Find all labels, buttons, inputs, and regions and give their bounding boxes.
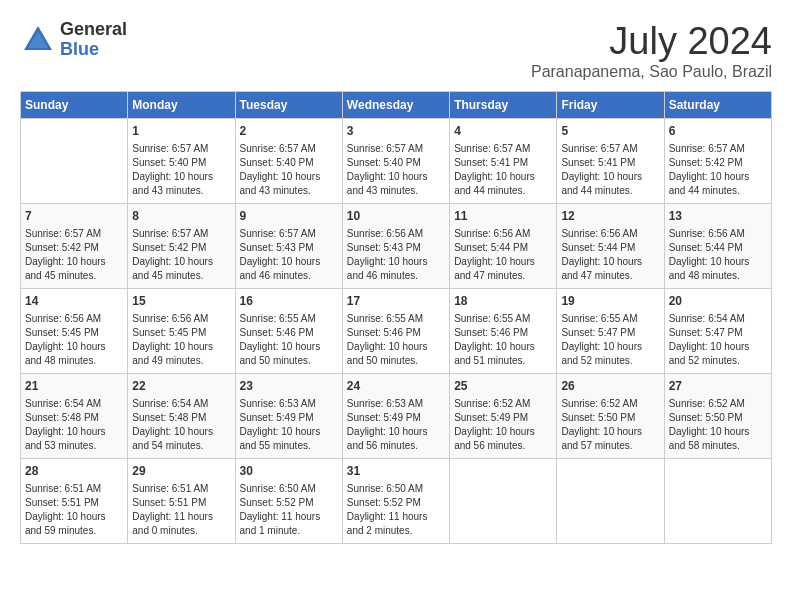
day-info: Sunrise: 6:57 AM Sunset: 5:41 PM Dayligh… <box>561 142 659 198</box>
location-subtitle: Paranapanema, Sao Paulo, Brazil <box>531 63 772 81</box>
calendar-cell: 11Sunrise: 6:56 AM Sunset: 5:44 PM Dayli… <box>450 204 557 289</box>
day-number: 19 <box>561 293 659 310</box>
day-number: 2 <box>240 123 338 140</box>
day-info: Sunrise: 6:50 AM Sunset: 5:52 PM Dayligh… <box>240 482 338 538</box>
day-info: Sunrise: 6:57 AM Sunset: 5:43 PM Dayligh… <box>240 227 338 283</box>
day-info: Sunrise: 6:57 AM Sunset: 5:40 PM Dayligh… <box>132 142 230 198</box>
day-number: 15 <box>132 293 230 310</box>
calendar-cell: 1Sunrise: 6:57 AM Sunset: 5:40 PM Daylig… <box>128 119 235 204</box>
calendar-cell: 3Sunrise: 6:57 AM Sunset: 5:40 PM Daylig… <box>342 119 449 204</box>
logo-text: General Blue <box>60 20 127 60</box>
day-number: 9 <box>240 208 338 225</box>
calendar-cell: 28Sunrise: 6:51 AM Sunset: 5:51 PM Dayli… <box>21 459 128 544</box>
day-info: Sunrise: 6:52 AM Sunset: 5:50 PM Dayligh… <box>561 397 659 453</box>
calendar-cell: 13Sunrise: 6:56 AM Sunset: 5:44 PM Dayli… <box>664 204 771 289</box>
day-info: Sunrise: 6:54 AM Sunset: 5:48 PM Dayligh… <box>25 397 123 453</box>
logo: General Blue <box>20 20 127 60</box>
calendar-table: SundayMondayTuesdayWednesdayThursdayFrid… <box>20 91 772 544</box>
day-info: Sunrise: 6:56 AM Sunset: 5:45 PM Dayligh… <box>25 312 123 368</box>
column-header-sunday: Sunday <box>21 92 128 119</box>
day-info: Sunrise: 6:53 AM Sunset: 5:49 PM Dayligh… <box>240 397 338 453</box>
calendar-cell: 2Sunrise: 6:57 AM Sunset: 5:40 PM Daylig… <box>235 119 342 204</box>
column-header-tuesday: Tuesday <box>235 92 342 119</box>
calendar-week-row: 28Sunrise: 6:51 AM Sunset: 5:51 PM Dayli… <box>21 459 772 544</box>
calendar-cell: 4Sunrise: 6:57 AM Sunset: 5:41 PM Daylig… <box>450 119 557 204</box>
day-info: Sunrise: 6:52 AM Sunset: 5:50 PM Dayligh… <box>669 397 767 453</box>
day-number: 22 <box>132 378 230 395</box>
calendar-cell: 7Sunrise: 6:57 AM Sunset: 5:42 PM Daylig… <box>21 204 128 289</box>
day-number: 12 <box>561 208 659 225</box>
calendar-week-row: 14Sunrise: 6:56 AM Sunset: 5:45 PM Dayli… <box>21 289 772 374</box>
calendar-cell: 24Sunrise: 6:53 AM Sunset: 5:49 PM Dayli… <box>342 374 449 459</box>
day-number: 20 <box>669 293 767 310</box>
calendar-cell: 23Sunrise: 6:53 AM Sunset: 5:49 PM Dayli… <box>235 374 342 459</box>
day-info: Sunrise: 6:57 AM Sunset: 5:42 PM Dayligh… <box>132 227 230 283</box>
day-number: 31 <box>347 463 445 480</box>
day-info: Sunrise: 6:55 AM Sunset: 5:47 PM Dayligh… <box>561 312 659 368</box>
day-info: Sunrise: 6:56 AM Sunset: 5:44 PM Dayligh… <box>454 227 552 283</box>
logo-blue: Blue <box>60 40 127 60</box>
day-number: 5 <box>561 123 659 140</box>
day-number: 13 <box>669 208 767 225</box>
calendar-cell: 19Sunrise: 6:55 AM Sunset: 5:47 PM Dayli… <box>557 289 664 374</box>
calendar-cell <box>450 459 557 544</box>
calendar-cell: 5Sunrise: 6:57 AM Sunset: 5:41 PM Daylig… <box>557 119 664 204</box>
day-number: 27 <box>669 378 767 395</box>
day-info: Sunrise: 6:56 AM Sunset: 5:44 PM Dayligh… <box>561 227 659 283</box>
day-info: Sunrise: 6:51 AM Sunset: 5:51 PM Dayligh… <box>25 482 123 538</box>
day-info: Sunrise: 6:57 AM Sunset: 5:42 PM Dayligh… <box>25 227 123 283</box>
day-info: Sunrise: 6:53 AM Sunset: 5:49 PM Dayligh… <box>347 397 445 453</box>
day-number: 28 <box>25 463 123 480</box>
calendar-cell: 31Sunrise: 6:50 AM Sunset: 5:52 PM Dayli… <box>342 459 449 544</box>
calendar-week-row: 1Sunrise: 6:57 AM Sunset: 5:40 PM Daylig… <box>21 119 772 204</box>
calendar-cell <box>557 459 664 544</box>
day-info: Sunrise: 6:50 AM Sunset: 5:52 PM Dayligh… <box>347 482 445 538</box>
day-info: Sunrise: 6:56 AM Sunset: 5:43 PM Dayligh… <box>347 227 445 283</box>
calendar-cell: 6Sunrise: 6:57 AM Sunset: 5:42 PM Daylig… <box>664 119 771 204</box>
day-number: 23 <box>240 378 338 395</box>
day-info: Sunrise: 6:54 AM Sunset: 5:48 PM Dayligh… <box>132 397 230 453</box>
calendar-cell: 15Sunrise: 6:56 AM Sunset: 5:45 PM Dayli… <box>128 289 235 374</box>
calendar-cell: 8Sunrise: 6:57 AM Sunset: 5:42 PM Daylig… <box>128 204 235 289</box>
day-info: Sunrise: 6:56 AM Sunset: 5:44 PM Dayligh… <box>669 227 767 283</box>
calendar-cell: 14Sunrise: 6:56 AM Sunset: 5:45 PM Dayli… <box>21 289 128 374</box>
calendar-header-row: SundayMondayTuesdayWednesdayThursdayFrid… <box>21 92 772 119</box>
calendar-week-row: 7Sunrise: 6:57 AM Sunset: 5:42 PM Daylig… <box>21 204 772 289</box>
day-number: 24 <box>347 378 445 395</box>
calendar-cell: 12Sunrise: 6:56 AM Sunset: 5:44 PM Dayli… <box>557 204 664 289</box>
day-number: 25 <box>454 378 552 395</box>
calendar-week-row: 21Sunrise: 6:54 AM Sunset: 5:48 PM Dayli… <box>21 374 772 459</box>
calendar-cell <box>664 459 771 544</box>
day-number: 14 <box>25 293 123 310</box>
calendar-cell: 21Sunrise: 6:54 AM Sunset: 5:48 PM Dayli… <box>21 374 128 459</box>
day-info: Sunrise: 6:57 AM Sunset: 5:41 PM Dayligh… <box>454 142 552 198</box>
column-header-wednesday: Wednesday <box>342 92 449 119</box>
calendar-cell: 16Sunrise: 6:55 AM Sunset: 5:46 PM Dayli… <box>235 289 342 374</box>
day-number: 17 <box>347 293 445 310</box>
day-number: 18 <box>454 293 552 310</box>
day-info: Sunrise: 6:52 AM Sunset: 5:49 PM Dayligh… <box>454 397 552 453</box>
title-block: July 2024 Paranapanema, Sao Paulo, Brazi… <box>531 20 772 81</box>
day-info: Sunrise: 6:55 AM Sunset: 5:46 PM Dayligh… <box>347 312 445 368</box>
calendar-cell: 20Sunrise: 6:54 AM Sunset: 5:47 PM Dayli… <box>664 289 771 374</box>
calendar-cell <box>21 119 128 204</box>
day-number: 21 <box>25 378 123 395</box>
column-header-monday: Monday <box>128 92 235 119</box>
calendar-cell: 22Sunrise: 6:54 AM Sunset: 5:48 PM Dayli… <box>128 374 235 459</box>
calendar-cell: 27Sunrise: 6:52 AM Sunset: 5:50 PM Dayli… <box>664 374 771 459</box>
month-year-title: July 2024 <box>531 20 772 63</box>
calendar-cell: 26Sunrise: 6:52 AM Sunset: 5:50 PM Dayli… <box>557 374 664 459</box>
day-number: 11 <box>454 208 552 225</box>
day-number: 26 <box>561 378 659 395</box>
day-info: Sunrise: 6:57 AM Sunset: 5:42 PM Dayligh… <box>669 142 767 198</box>
day-number: 4 <box>454 123 552 140</box>
day-number: 1 <box>132 123 230 140</box>
calendar-cell: 18Sunrise: 6:55 AM Sunset: 5:46 PM Dayli… <box>450 289 557 374</box>
day-number: 3 <box>347 123 445 140</box>
calendar-cell: 30Sunrise: 6:50 AM Sunset: 5:52 PM Dayli… <box>235 459 342 544</box>
day-number: 30 <box>240 463 338 480</box>
calendar-cell: 17Sunrise: 6:55 AM Sunset: 5:46 PM Dayli… <box>342 289 449 374</box>
day-info: Sunrise: 6:54 AM Sunset: 5:47 PM Dayligh… <box>669 312 767 368</box>
day-info: Sunrise: 6:55 AM Sunset: 5:46 PM Dayligh… <box>240 312 338 368</box>
calendar-cell: 10Sunrise: 6:56 AM Sunset: 5:43 PM Dayli… <box>342 204 449 289</box>
